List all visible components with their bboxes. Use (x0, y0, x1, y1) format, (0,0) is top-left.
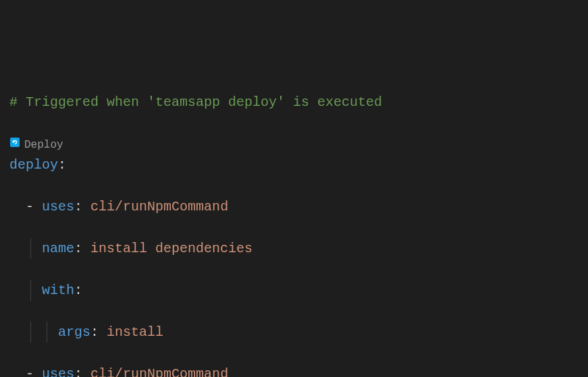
args-key: args (58, 324, 90, 340)
deploy-key-line: deploy: (9, 154, 579, 175)
svg-rect-0 (10, 138, 20, 147)
step-0-name: install dependencies (90, 241, 252, 256)
step-0-name-line: name: install dependencies (9, 238, 579, 259)
uses-key: uses (42, 199, 74, 214)
step-1-uses-line: - uses: cli/runNpmCommand (9, 364, 579, 377)
step-0-uses-line: - uses: cli/runNpmCommand (9, 196, 579, 217)
step-0-args-line: args: install (9, 322, 579, 343)
refresh-icon (9, 137, 20, 154)
codelens-label: Deploy (24, 137, 63, 154)
name-key: name (42, 241, 74, 256)
step-0-uses: cli/runNpmCommand (90, 199, 228, 214)
uses-key: uses (42, 366, 74, 377)
comment-text: # Triggered when 'teamsapp deploy' is ex… (9, 94, 382, 110)
step-0-args: install (107, 324, 163, 340)
deploy-key: deploy (9, 157, 58, 173)
step-1-uses: cli/runNpmCommand (90, 366, 228, 377)
comment-line: # Triggered when 'teamsapp deploy' is ex… (9, 92, 579, 113)
with-key: with (42, 283, 74, 298)
step-0-with-line: with: (9, 280, 579, 301)
codelens-deploy[interactable]: Deploy (9, 137, 63, 154)
